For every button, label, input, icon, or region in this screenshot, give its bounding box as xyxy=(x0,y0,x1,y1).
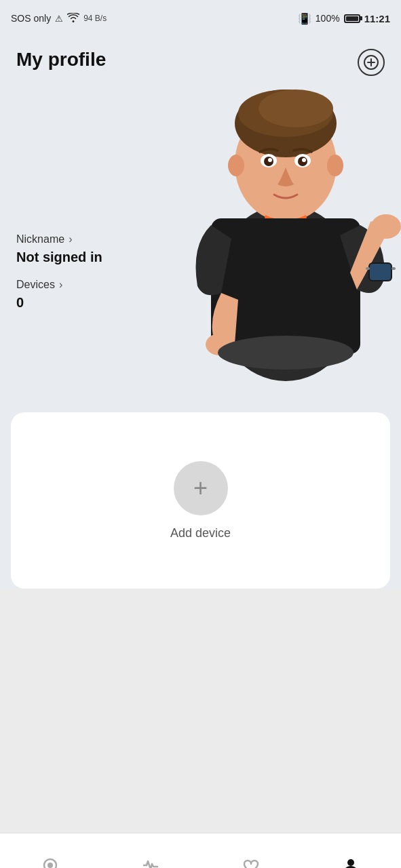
svg-rect-22 xyxy=(392,267,396,270)
profile-icon xyxy=(339,853,363,868)
devices-chevron-icon: › xyxy=(59,279,62,291)
profile-header: My profile xyxy=(0,35,401,401)
add-device-plus-icon: + xyxy=(193,476,208,500)
nav-item-status[interactable]: Status xyxy=(0,833,100,868)
wifi-icon xyxy=(67,13,79,24)
svg-point-15 xyxy=(268,158,272,162)
svg-point-27 xyxy=(347,859,354,866)
nav-item-health[interactable]: Health xyxy=(201,833,301,868)
device-card-wrapper: + Add device xyxy=(0,401,401,589)
nav-item-profile[interactable]: Profile xyxy=(301,833,401,868)
bottom-nav: Status Workouts Health Profile xyxy=(0,833,401,868)
svg-point-8 xyxy=(259,90,333,127)
nickname-value: Not signed in xyxy=(16,250,385,265)
sos-text: SOS only xyxy=(11,13,51,24)
status-bar: SOS only ⚠ 94 B/s 📳 100% 11:21 xyxy=(0,0,401,35)
status-left: SOS only ⚠ 94 B/s xyxy=(11,13,107,24)
avatar xyxy=(170,35,401,401)
vibrate-icon: 📳 xyxy=(298,12,311,25)
nickname-chevron-icon: › xyxy=(69,233,72,245)
devices-row[interactable]: Devices › xyxy=(16,279,385,291)
avatar-container xyxy=(170,35,401,401)
devices-count: 0 xyxy=(16,295,385,311)
device-card: + Add device xyxy=(11,412,390,589)
svg-point-26 xyxy=(47,863,53,868)
workouts-icon xyxy=(138,853,163,868)
devices-label: Devices xyxy=(16,279,55,291)
status-right: 📳 100% 11:21 xyxy=(298,12,390,25)
status-icon xyxy=(38,853,62,868)
content-area xyxy=(0,589,401,833)
profile-info: Nickname › Not signed in Devices › 0 xyxy=(16,233,385,311)
nickname-row[interactable]: Nickname › xyxy=(16,233,385,245)
nav-item-workouts[interactable]: Workouts xyxy=(100,833,201,868)
svg-point-10 xyxy=(327,155,343,176)
battery-icon xyxy=(344,14,360,23)
health-icon xyxy=(238,853,263,868)
battery-percent: 100% xyxy=(316,13,340,24)
time-text: 11:21 xyxy=(364,13,390,24)
add-device-label: Add device xyxy=(170,526,231,540)
add-device-button[interactable]: + xyxy=(174,461,228,515)
nickname-label: Nickname xyxy=(16,233,64,245)
svg-point-9 xyxy=(228,155,244,176)
svg-point-24 xyxy=(218,336,354,370)
svg-point-16 xyxy=(302,158,306,162)
signal-warning-icon: ⚠ xyxy=(55,14,63,24)
data-speed-text: 94 B/s xyxy=(83,14,107,23)
